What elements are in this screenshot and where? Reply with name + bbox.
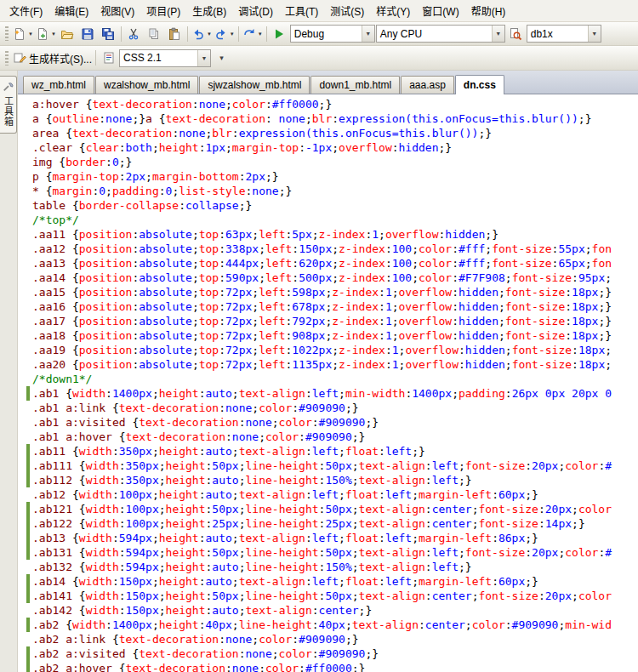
toolbar-grip[interactable] <box>5 26 9 41</box>
toolbar-overflow-button[interactable]: ▾ <box>212 48 231 67</box>
code-line[interactable]: .ab1 a:hover {text-decoration:none;color… <box>18 430 638 444</box>
code-text: .ab1 {width:1400px;height:auto;text-alig… <box>30 386 612 401</box>
code-line[interactable]: .ab121 {width:100px;height:50px;line-hei… <box>18 502 638 516</box>
code-line[interactable]: /*top*/ <box>18 213 638 227</box>
code-line[interactable]: area {text-decoration:none;blr:expressio… <box>18 126 638 140</box>
code-line[interactable]: .aa18 {position:absolute;top:72px;left:9… <box>18 328 638 343</box>
toolbox-tab[interactable]: 工具箱 <box>0 76 17 134</box>
menu-item[interactable]: 工具(T) <box>279 0 324 21</box>
code-text: a:hover {text-decoration:none;color:#ff0… <box>30 97 332 111</box>
chevron-down-icon: ▼ <box>230 31 235 37</box>
code-line[interactable]: .ab12 {width:100px;height:auto;text-alig… <box>18 487 638 502</box>
navigate-forward-button[interactable]: ▼ <box>242 25 264 43</box>
code-line[interactable]: .ab11 {width:350px;height:auto;text-alig… <box>18 444 638 458</box>
code-line[interactable]: .ab122 {width:100px;height:25px;line-hei… <box>18 516 638 531</box>
save-button[interactable] <box>78 25 98 43</box>
code-area: a:hover {text-decoration:none;color:#ff0… <box>18 94 638 672</box>
find-in-files-button[interactable] <box>506 25 526 43</box>
menu-item[interactable]: 编辑(E) <box>48 0 94 21</box>
document-tab-down1_mb.html[interactable]: down1_mb.html <box>310 76 400 94</box>
code-line[interactable]: img {border:0;} <box>18 155 638 169</box>
save-all-button[interactable] <box>99 25 118 43</box>
code-line[interactable]: .aa17 {position:absolute;top:72px;left:7… <box>18 314 638 328</box>
code-line[interactable]: .ab1 a:visited {text-decoration:none;col… <box>18 415 638 430</box>
chevron-down-icon[interactable]: ▼ <box>362 26 374 42</box>
build-style-button[interactable]: 生成样式(S)... <box>12 48 93 67</box>
add-new-item-button[interactable]: ▼ <box>35 25 57 43</box>
toolbox-icon <box>3 81 14 93</box>
code-line[interactable]: .ab141 {width:150px;height:50px;line-hei… <box>18 589 638 603</box>
code-line[interactable]: .aa14 {position:absolute;top:590px;left:… <box>18 271 638 285</box>
code-line[interactable]: .ab2 a:link {text-decoration:none;color:… <box>18 632 638 646</box>
code-line[interactable]: .aa11 {position:absolute;top:63px;left:5… <box>18 227 638 242</box>
code-line[interactable]: a {outline:none;}a {text-decoration: non… <box>18 111 638 126</box>
code-editor[interactable]: a:hover {text-decoration:none;color:#ff0… <box>18 94 638 672</box>
new-project-button[interactable]: ▼ <box>12 25 34 43</box>
code-line[interactable]: .ab131 {width:594px;height:50px;line-hei… <box>18 545 638 560</box>
code-line[interactable]: table {border-collapse:collapse;} <box>18 198 638 213</box>
menu-item[interactable]: 样式(Y) <box>370 0 416 21</box>
cut-button[interactable] <box>124 25 144 43</box>
code-line[interactable]: .ab2 a:visited {text-decoration:none;col… <box>18 646 638 661</box>
save-icon <box>81 27 94 41</box>
menu-item[interactable]: 视图(V) <box>94 0 140 21</box>
code-text: .ab1 a:visited {text-decoration:none;col… <box>30 415 379 430</box>
code-line[interactable]: .aa16 {position:absolute;top:72px;left:6… <box>18 299 638 314</box>
build-style-label: 生成样式(S)... <box>29 51 92 65</box>
document-tab-sjwzalshow_mb.html[interactable]: sjwzalshow_mb.html <box>199 76 310 94</box>
chevron-down-icon: ▼ <box>258 31 263 37</box>
code-line[interactable]: .ab14 {width:150px;height:auto;text-alig… <box>18 574 638 589</box>
code-line[interactable]: a:hover {text-decoration:none;color:#ff0… <box>18 97 638 111</box>
css-version-combo[interactable]: CSS 2.1 ▼ <box>119 49 211 67</box>
chevron-down-icon[interactable]: ▼ <box>197 50 210 66</box>
code-line[interactable]: * {margin:0;padding:0;list-style:none;} <box>18 184 638 198</box>
menu-item[interactable]: 调试(D) <box>232 0 279 21</box>
solution-platform-combo[interactable]: Any CPU ▼ <box>376 25 505 43</box>
menu-item[interactable]: 项目(P) <box>140 0 186 21</box>
find-combo[interactable]: db1x ▼ <box>527 25 601 43</box>
document-area: wz_mb.htmlwzalshow_mb.htmlsjwzalshow_mb.… <box>18 71 638 672</box>
menu-item[interactable]: 文件(F) <box>3 0 48 21</box>
undo-button[interactable]: ▼ <box>191 25 213 43</box>
copy-button[interactable] <box>145 25 164 43</box>
code-line[interactable]: .ab2 {width:1400px;height:40px;line-heig… <box>18 618 638 632</box>
code-text: .aa15 {position:absolute;top:72px;left:5… <box>30 285 612 299</box>
redo-button[interactable]: ▼ <box>214 25 236 43</box>
open-file-button[interactable] <box>58 25 77 43</box>
menu-item[interactable]: 窗口(W) <box>416 0 464 21</box>
code-line[interactable]: /*down1*/ <box>18 372 638 386</box>
paste-button[interactable] <box>165 25 185 43</box>
code-line[interactable]: .ab1 {width:1400px;height:auto;text-alig… <box>18 386 638 401</box>
code-line[interactable]: .ab1 a:link {text-decoration:none;color:… <box>18 401 638 415</box>
code-line[interactable]: .ab142 {width:150px;height:auto;text-ali… <box>18 603 638 618</box>
solution-config-combo[interactable]: Debug ▼ <box>290 25 375 43</box>
document-tab-dn.css[interactable]: dn.css <box>455 75 504 94</box>
code-line[interactable]: .ab112 {width:350px;height:auto;line-hei… <box>18 473 638 487</box>
menu-item[interactable]: 测试(S) <box>324 0 370 21</box>
code-line[interactable]: .clear {clear:both;height:1px;margin-top… <box>18 140 638 155</box>
chevron-down-icon[interactable]: ▼ <box>492 26 504 42</box>
code-line[interactable]: .ab13 {width:594px;height:auto;text-alig… <box>18 531 638 545</box>
code-line[interactable]: .ab111 {width:350px;height:50px;line-hei… <box>18 458 638 473</box>
start-debug-button[interactable] <box>270 25 289 43</box>
build-style-icon <box>13 51 26 65</box>
code-line[interactable]: .aa19 {position:absolute;top:72px;left:1… <box>18 343 638 357</box>
code-line[interactable]: .ab2 a:hover {text-decoration:none;color… <box>18 661 638 672</box>
document-tab-aaa.asp[interactable]: aaa.asp <box>401 76 454 94</box>
document-tab-wz_mb.html[interactable]: wz_mb.html <box>23 76 94 94</box>
code-line[interactable]: .aa13 {position:absolute;top:444px;left:… <box>18 256 638 271</box>
css-version-value: CSS 2.1 <box>120 52 197 64</box>
code-text: .ab1 a:hover {text-decoration:none;color… <box>30 430 365 444</box>
code-line[interactable]: p {margin-top:2px;margin-bottom:2px;} <box>18 169 638 184</box>
menu-item[interactable]: 生成(B) <box>186 0 232 21</box>
chevron-down-icon[interactable]: ▼ <box>588 26 601 42</box>
code-line[interactable]: .aa20 {position:absolute;top:72px;left:1… <box>18 357 638 372</box>
code-line[interactable]: .aa15 {position:absolute;top:72px;left:5… <box>18 285 638 299</box>
manage-styles-button[interactable] <box>99 48 118 67</box>
document-tab-wzalshow_mb.html[interactable]: wzalshow_mb.html <box>95 76 198 94</box>
code-text: .aa14 {position:absolute;top:590px;left:… <box>30 271 612 285</box>
toolbar-grip[interactable] <box>5 51 9 65</box>
menu-item[interactable]: 帮助(H) <box>465 0 512 21</box>
code-line[interactable]: .ab132 {width:594px;height:auto;line-hei… <box>18 560 638 574</box>
code-line[interactable]: .aa12 {position:absolute;top:338px;left:… <box>18 242 638 256</box>
